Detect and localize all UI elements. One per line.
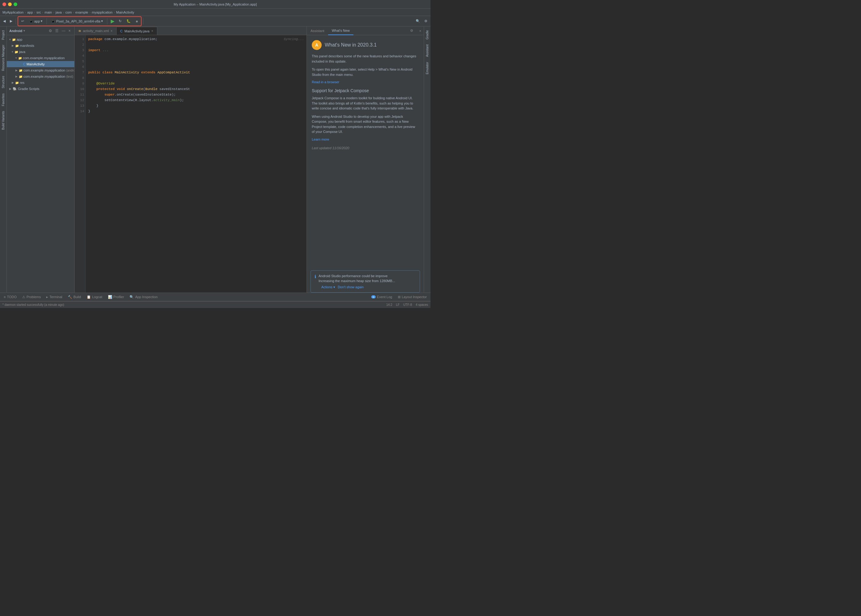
window-title: My Application – MainActivity.java [My_A… <box>174 3 256 6</box>
tree-item-gradle[interactable]: ▶ 🐘 Gradle Scripts <box>7 86 74 92</box>
toolbar-forward-btn[interactable]: ▶ <box>8 17 14 25</box>
code-editor[interactable]: 1 2 3 4 5 6 7 8 9 10 11 12 13 14 package… <box>75 35 306 292</box>
device-btn[interactable]: 📱 Pixel_3a_API_30_arm64-v8a ▾ <box>49 17 105 25</box>
code-content[interactable]: package com.example.myapplication; Synci… <box>86 35 306 292</box>
breadcrumb-myapplication[interactable]: MyApplication <box>3 11 24 14</box>
device-label: Pixel_3a_API_30_arm64-v8a <box>56 19 100 23</box>
sidebar-gear-btn[interactable]: ☰ <box>54 28 60 34</box>
folder-icon: 📁 <box>12 38 16 41</box>
learn-more-link[interactable]: Learn more <box>312 138 329 141</box>
breadcrumb-main[interactable]: main <box>45 11 52 14</box>
breadcrumb-src[interactable]: src <box>36 11 41 14</box>
tree-item-androidtest[interactable]: ▶ 📁 com.example.myapplication (androidTe… <box>7 67 74 73</box>
device-dropdown-icon: ▾ <box>101 19 103 23</box>
code-line-2 <box>88 42 304 47</box>
rp-tab-whats-new[interactable]: What's New <box>328 27 354 35</box>
tree-item-com-example[interactable]: ▾ 📁 com.example.myapplication <box>7 55 74 61</box>
notif-title: Android Studio performance could be impr… <box>319 274 395 278</box>
breadcrumb-com[interactable]: com <box>65 11 72 14</box>
layout-inspector-icon: ⊞ <box>398 295 401 299</box>
app-config-btn[interactable]: 📱 app ▾ <box>27 17 44 25</box>
code-line-3: import ... <box>88 47 304 53</box>
vtab-gradle[interactable]: Gradle <box>425 28 430 42</box>
bottom-tab-build[interactable]: 🔨 Build <box>65 293 83 300</box>
breadcrumb-app[interactable]: app <box>27 11 33 14</box>
read-browser-link[interactable]: Read in a browser <box>312 80 339 84</box>
code-line-12: setContentView(R.layout.activity_main); <box>88 97 304 103</box>
rp-settings-btn[interactable]: ⚙ <box>408 29 416 33</box>
stop-btn[interactable]: ■ <box>134 17 140 25</box>
tree-item-res[interactable]: ▶ 📁 res <box>7 80 74 86</box>
vtab-structure[interactable]: Structure <box>1 73 6 91</box>
sidebar-collapse-btn[interactable]: — <box>60 28 67 34</box>
tree-item-app[interactable]: ▾ 📁 app <box>7 36 74 42</box>
chevron-icon: ▶ <box>16 75 17 78</box>
vtab-assistant[interactable]: Assistant <box>425 42 430 60</box>
breadcrumb-myapplication2[interactable]: myapplication <box>92 11 113 14</box>
tab-activity-main-xml[interactable]: ≋ activity_main.xml × <box>75 27 116 35</box>
vtab-resource-manager[interactable]: Resource Manager <box>1 42 6 73</box>
status-right: 14:2 LF UTF-8 4 spaces <box>386 303 428 306</box>
vtab-emulator[interactable]: Emulator <box>425 60 430 77</box>
tree-item-manifests[interactable]: ▶ 📁 manifests <box>7 42 74 49</box>
whats-new-title: What's New in 2020.3.1 <box>325 42 377 48</box>
whats-new-help: To open this panel again later, select H… <box>312 67 419 77</box>
breadcrumb-java[interactable]: java <box>55 11 62 14</box>
rp-tab-assistant[interactable]: Assistant <box>307 27 328 35</box>
rp-close-btn[interactable]: × <box>417 29 424 33</box>
notif-actions-link[interactable]: Actions ▾ <box>321 285 335 289</box>
run-button[interactable]: ▶ <box>110 18 116 24</box>
refresh-btn[interactable]: ↻ <box>117 17 123 25</box>
traffic-lights <box>3 3 17 6</box>
project-panel: Android ▾ ⚙ ☰ — × ▾ 📁 app ▶ 📁 manifests <box>7 27 75 292</box>
tab-label-mainactivity: MainActivity.java <box>124 29 149 33</box>
mainactivity-icon: C <box>23 62 25 66</box>
bottom-tab-profiler[interactable]: 📊 Profiler <box>105 293 127 300</box>
notif-dismiss-link[interactable]: Don't show again <box>338 285 364 289</box>
minimize-button[interactable] <box>8 3 12 6</box>
tab-close-java[interactable]: × <box>151 29 153 33</box>
problems-label: Problems <box>27 295 41 299</box>
sidebar-hide-btn[interactable]: × <box>67 28 72 34</box>
breadcrumb-mainactivity[interactable]: MainActivity <box>116 11 134 14</box>
bottom-tab-logcat[interactable]: 📋 Logcat <box>84 293 105 300</box>
tree-item-java[interactable]: ▾ 📁 java <box>7 49 74 55</box>
app-config-label: app <box>34 19 40 23</box>
layout-inspector-label: Layout Inspector <box>402 295 427 299</box>
bottom-tab-problems[interactable]: ⚠ Problems <box>20 293 43 300</box>
bottom-tab-terminal[interactable]: ▸ Terminal <box>44 293 65 300</box>
android-dropdown-icon[interactable]: ▾ <box>24 29 25 32</box>
maximize-button[interactable] <box>14 3 17 6</box>
tree-item-mainactivity[interactable]: C MainActivity <box>7 61 74 67</box>
breadcrumb: MyApplication › app › src › main › java … <box>0 9 430 16</box>
tab-mainactivity-java[interactable]: C MainActivity.java × <box>116 27 157 35</box>
breadcrumb-example[interactable]: example <box>75 11 88 14</box>
settings-btn[interactable]: ⚙ <box>423 17 429 25</box>
bottom-tab-app-inspection[interactable]: 🔍 App Inspection <box>127 293 160 300</box>
vtab-build-variants[interactable]: Build Variants <box>1 108 6 132</box>
debug-btn[interactable]: 🐛 <box>124 17 133 25</box>
sidebar-sync-btn[interactable]: ⚙ <box>47 28 53 34</box>
section1-para2: When using Android Studio to develop you… <box>312 114 419 134</box>
bottom-tab-layout-inspector[interactable]: ⊞ Layout Inspector <box>395 293 429 300</box>
chevron-icon: ▶ <box>12 81 14 84</box>
xml-file-icon: ≋ <box>79 29 81 33</box>
line-ending: LF <box>396 303 400 306</box>
daemon-message: * daemon started successfully (a minute … <box>3 303 64 306</box>
androidtest-badge: (androidTest) <box>66 69 74 72</box>
tree-item-test[interactable]: ▶ 📁 com.example.myapplication (test) <box>7 73 74 80</box>
search-btn[interactable]: 🔍 <box>414 17 422 25</box>
vtab-project[interactable]: Project <box>1 28 6 42</box>
bottom-tab-todo[interactable]: ≡ TODO <box>1 293 19 300</box>
charset: UTF-8 <box>403 303 412 306</box>
section1-para1: Jetpack Compose is a modern toolkit for … <box>312 96 419 111</box>
vtab-favorites[interactable]: Favorites <box>1 91 6 108</box>
close-button[interactable] <box>3 3 6 6</box>
device-icon: 📱 <box>51 19 55 23</box>
tab-close-xml[interactable]: × <box>111 29 113 33</box>
info-icon: ℹ <box>314 274 316 279</box>
run-config-arrow-btn[interactable]: ↩ <box>19 17 26 25</box>
toolbar-back-btn[interactable]: ◀ <box>1 17 8 25</box>
folder-icon: 📁 <box>18 57 22 60</box>
bottom-tab-event-log[interactable]: 1 Event Log <box>369 293 395 300</box>
